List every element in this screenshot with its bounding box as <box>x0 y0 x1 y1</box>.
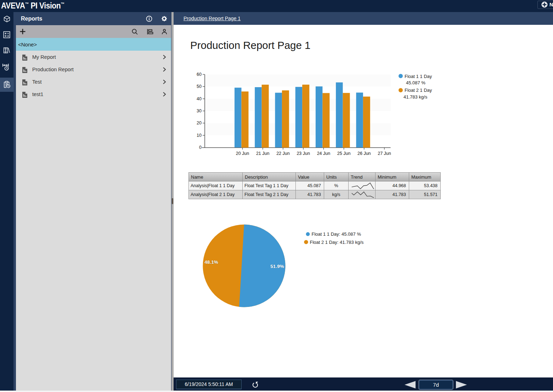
svg-text:41.783 kg/s: 41.783 kg/s <box>404 94 428 100</box>
svg-text:60: 60 <box>197 72 202 77</box>
svg-text:50: 50 <box>197 84 202 89</box>
svg-text:45.087 %: 45.087 % <box>406 80 425 85</box>
svg-text:25 Jun: 25 Jun <box>337 151 351 156</box>
svg-text:51.9%: 51.9% <box>270 264 284 269</box>
svg-text:10: 10 <box>197 133 202 138</box>
svg-text:21 Jun: 21 Jun <box>256 151 270 156</box>
svg-text:20: 20 <box>197 121 202 125</box>
svg-text:20 Jun: 20 Jun <box>236 151 249 156</box>
svg-text:24 Jun: 24 Jun <box>317 151 331 156</box>
svg-text:48.1%: 48.1% <box>204 259 218 265</box>
svg-text:26 Jun: 26 Jun <box>357 151 371 156</box>
svg-text:Float 1 1 Day: 45.087 %: Float 1 1 Day: 45.087 % <box>312 231 361 237</box>
svg-text:Float 2 1 Day: 41.783 kg/s: Float 2 1 Day: 41.783 kg/s <box>310 240 364 245</box>
svg-text:27 Jun: 27 Jun <box>378 151 391 156</box>
svg-text:30: 30 <box>197 108 202 113</box>
svg-text:23 Jun: 23 Jun <box>297 151 310 156</box>
svg-text:22 Jun: 22 Jun <box>276 151 290 156</box>
svg-text:40: 40 <box>197 96 202 101</box>
svg-text:0: 0 <box>199 145 202 150</box>
svg-text:Float 1 1 Day: Float 1 1 Day <box>405 74 432 79</box>
svg-text:Float 2 1 Day: Float 2 1 Day <box>405 88 432 93</box>
